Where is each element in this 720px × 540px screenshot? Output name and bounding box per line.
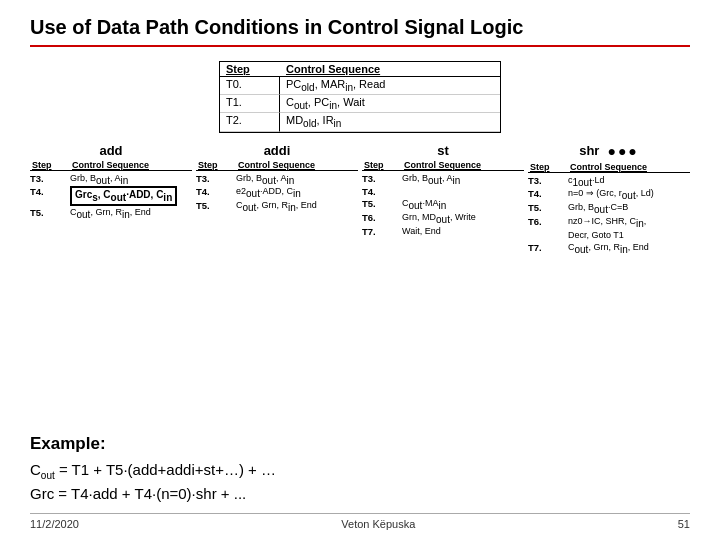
page-title: Use of Data Path Conditions in Control S… — [30, 16, 690, 39]
shr-t5: T5. Grb, Bout·C=B — [528, 202, 690, 215]
addi-hdr-row: Step Control Sequence — [196, 160, 358, 171]
st-t4: T4. — [362, 186, 524, 197]
shr-title: shr — [579, 143, 599, 158]
common-steps-inner: Step Control Sequence T0. PCold, MARin, … — [219, 61, 501, 133]
addi-t5: T5. Cout, Grn, Rin, End — [196, 200, 358, 213]
st-t6: T6. Grn, MDout, Write — [362, 212, 524, 225]
shr-t3: T3. c1out·Ld — [528, 175, 690, 188]
addi-ctrl-hdr: Control Sequence — [236, 160, 358, 170]
addi-step-hdr: Step — [196, 160, 236, 170]
addi-t4: T4. e2out·ADD, Cin — [196, 186, 358, 199]
add-column: add Step Control Sequence T3. Grb, Bout,… — [30, 143, 192, 415]
shr-step-hdr: Step — [528, 162, 568, 172]
add-hdr-row: Step Control Sequence — [30, 160, 192, 171]
footer-page: 51 — [678, 518, 690, 530]
t0-step: T0. — [220, 77, 280, 95]
instruction-table: add Step Control Sequence T3. Grb, Bout,… — [30, 143, 690, 415]
addi-title: addi — [196, 143, 358, 158]
t1-step: T1. — [220, 95, 280, 113]
shr-column: shr ●●● Step Control Sequence T3. c1out·… — [528, 143, 690, 415]
add-ctrl-hdr: Control Sequence — [70, 160, 192, 170]
add-step-hdr: Step — [30, 160, 70, 170]
add-t4: T4. Grcs, Cout·ADD, Cin — [30, 186, 192, 206]
st-title: st — [362, 143, 524, 158]
st-t7: T7. Wait, End — [362, 226, 524, 237]
shr-dots: ●●● — [607, 143, 638, 159]
st-ctrl-hdr: Control Sequence — [402, 160, 524, 170]
step-header: Step — [220, 62, 280, 77]
shr-t4: T4. n=0 ⇒ (Grc, rout, Ld) — [528, 188, 690, 201]
example-section: Example: Cout = T1 + T5·(add+addi+st+…) … — [30, 431, 690, 505]
t2-ctrl: MDold, IRin — [280, 113, 500, 131]
st-step-hdr: Step — [362, 160, 402, 170]
st-t3: T3. Grb, Bout, Ain — [362, 173, 524, 186]
add-title: add — [30, 143, 192, 158]
st-t5: T5. Cout·MAin — [362, 198, 524, 211]
content-area: Step Control Sequence T0. PCold, MARin, … — [30, 57, 690, 505]
footer-date: 11/2/2020 — [30, 518, 79, 530]
add-t3: T3. Grb, Bout, Ain — [30, 173, 192, 186]
shr-t6: T6. nz0→IC, SHR, Cin,Decr, Goto T1 — [528, 216, 690, 241]
example-label: Example: — [30, 431, 690, 457]
t0-ctrl: PCold, MARin, Read — [280, 77, 500, 95]
t2-step: T2. — [220, 113, 280, 131]
st-hdr-row: Step Control Sequence — [362, 160, 524, 171]
footer: 11/2/2020 Veton Këpuska 51 — [30, 513, 690, 530]
title-area: Use of Data Path Conditions in Control S… — [30, 16, 690, 47]
shr-t7: T7. Cout, Grn, Rin, End — [528, 242, 690, 255]
slide: Use of Data Path Conditions in Control S… — [0, 0, 720, 540]
shr-ctrl-hdr: Control Sequence — [568, 162, 690, 172]
example-line2: Grc = T4·add + T4·(n=0)·shr + ... — [30, 483, 690, 506]
common-steps-table: Step Control Sequence T0. PCold, MARin, … — [30, 61, 690, 133]
add-t5: T5. Cout, Grn, Rin, End — [30, 207, 192, 220]
example-line1: Cout = T1 + T5·(add+addi+st+…) + … — [30, 459, 690, 483]
t1-ctrl: Cout, PCin, Wait — [280, 95, 500, 113]
st-column: st Step Control Sequence T3. Grb, Bout, … — [362, 143, 524, 415]
shr-hdr-row: Step Control Sequence — [528, 162, 690, 173]
addi-t3: T3. Grb, Bout, Ain — [196, 173, 358, 186]
footer-author: Veton Këpuska — [341, 518, 415, 530]
ctrl-header: Control Sequence — [280, 62, 500, 77]
addi-column: addi Step Control Sequence T3. Grb, Bout… — [196, 143, 358, 415]
